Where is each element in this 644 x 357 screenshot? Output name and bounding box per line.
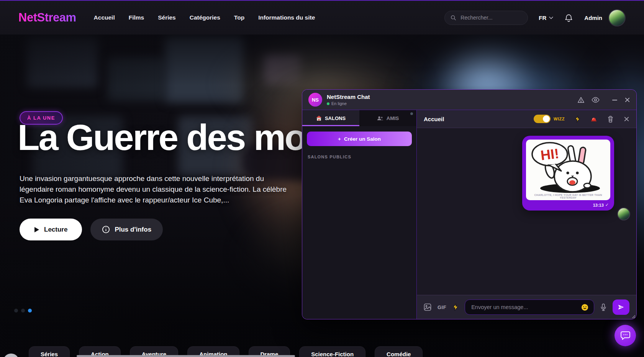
more-info-button[interactable]: Plus d'infos — [90, 219, 163, 240]
wizz-toggle-track[interactable] — [534, 115, 551, 123]
nav-link-accueil[interactable]: Accueil — [94, 14, 115, 21]
chat-main-panel: Accueil WIZZ — [417, 110, 636, 319]
people-icon — [377, 116, 383, 121]
plus-icon: + — [338, 136, 341, 142]
horizontal-scrollbar-thumb[interactable] — [77, 355, 295, 357]
category-pill-science-fiction[interactable]: Science-Fiction — [299, 346, 365, 357]
top-navbar: NetStream Accueil Films Séries Catégorie… — [0, 0, 644, 35]
lightning-bolt-icon[interactable] — [575, 115, 580, 123]
house-icon — [316, 115, 322, 121]
tab-amis-label: AMIS — [387, 115, 399, 121]
notification-dot — [410, 112, 413, 115]
carousel-dot[interactable] — [14, 309, 18, 313]
sticker-caption: CHARLOTTE, I HOPE YOUR DAY IS BETTER THA… — [526, 194, 610, 199]
netstream-logo[interactable]: NetStream — [18, 11, 76, 25]
netstream-page: NetStream Accueil Films Séries Catégorie… — [0, 0, 644, 357]
bunny-sticker-drawing: HI! — [526, 140, 610, 193]
microphone-icon[interactable] — [600, 303, 606, 311]
room-topbar: Accueil WIZZ — [417, 110, 636, 128]
chat-bubble-icon — [620, 331, 631, 341]
chat-app-avatar: NS — [308, 93, 322, 107]
info-icon — [102, 225, 110, 234]
message-input-row: GIF — [417, 295, 636, 319]
username-label[interactable]: Admin — [584, 15, 602, 21]
nav-link-series[interactable]: Séries — [158, 14, 176, 21]
chat-sidebar: SALONS AMIS + Créer un Salon SALONS PUBL… — [302, 110, 417, 319]
room-title: Accueil — [424, 116, 444, 122]
chat-window-title: NetStream Chat — [327, 94, 370, 100]
nav-link-informations[interactable]: Informations du site — [258, 14, 315, 21]
wizz-toggle[interactable]: WIZZ — [534, 115, 565, 123]
nav-link-top[interactable]: Top — [234, 14, 244, 21]
tab-salons-label: SALONS — [325, 115, 346, 121]
attach-image-icon[interactable] — [424, 303, 431, 311]
minimize-button[interactable] — [612, 97, 618, 103]
chat-window-header[interactable]: NS NetStream Chat En ligne — [302, 90, 636, 110]
public-rooms-section-label: SALONS PUBLICS — [308, 155, 411, 159]
message-time: 13:13 — [593, 203, 604, 207]
emoji-picker-icon[interactable] — [581, 304, 588, 311]
visibility-eye-icon[interactable] — [592, 97, 600, 103]
delivered-check: ✓ — [605, 202, 609, 207]
nav-link-categories[interactable]: Catégories — [190, 14, 220, 21]
carousel-dots — [14, 309, 32, 313]
language-selector[interactable]: FR — [539, 15, 553, 21]
report-warning-icon[interactable] — [577, 96, 585, 104]
open-chat-fab[interactable] — [615, 325, 636, 346]
category-pill-series[interactable]: Séries — [29, 346, 70, 357]
chevron-down-icon — [549, 16, 553, 19]
more-info-button-label: Plus d'infos — [115, 226, 151, 234]
netstream-chat-window: NS NetStream Chat En ligne — [302, 89, 637, 319]
send-icon — [618, 304, 624, 311]
svg-text:HI!: HI! — [540, 145, 560, 163]
play-icon — [34, 227, 39, 233]
siren-alert-icon[interactable] — [590, 116, 597, 122]
create-room-button[interactable]: + Créer un Salon — [307, 132, 412, 146]
wizz-label: WIZZ — [554, 117, 565, 121]
wizz-toggle-knob — [543, 115, 550, 122]
message-input[interactable] — [470, 304, 577, 311]
user-avatar[interactable] — [608, 9, 626, 26]
close-room-icon[interactable] — [624, 116, 629, 122]
play-button[interactable]: Lecture — [20, 219, 82, 240]
language-label: FR — [539, 15, 546, 21]
carousel-dot[interactable] — [21, 309, 25, 313]
sticker-image: HI! CHARLOTTE, I HOPE YOUR DAY IS BETTER… — [526, 140, 610, 200]
send-button[interactable] — [613, 299, 629, 315]
notifications-bell-icon[interactable] — [565, 14, 573, 22]
wizz-bolt-icon[interactable] — [452, 303, 459, 311]
search-icon — [450, 15, 456, 21]
carousel-dot-active[interactable] — [28, 309, 32, 313]
tab-amis[interactable]: AMIS — [359, 110, 416, 126]
search-box[interactable] — [444, 11, 528, 25]
search-input[interactable] — [460, 14, 522, 21]
sticker-message-bubble: HI! CHARLOTTE, I HOPE YOUR DAY IS BETTER… — [522, 136, 614, 211]
nav-link-films[interactable]: Films — [129, 14, 144, 21]
nav-links: Accueil Films Séries Catégories Top Info… — [94, 14, 315, 21]
hero-description: Une invasion gargantuesque approche dans… — [20, 173, 288, 206]
online-status-label: En ligne — [331, 101, 347, 106]
online-status-dot — [327, 102, 329, 105]
delete-room-trash-icon[interactable] — [607, 115, 614, 123]
play-button-label: Lecture — [44, 226, 67, 234]
tab-salons[interactable]: SALONS — [302, 110, 359, 126]
gif-button[interactable]: GIF — [438, 304, 446, 310]
resize-handle[interactable] — [631, 314, 635, 318]
create-room-label: Créer un Salon — [344, 136, 381, 142]
messages-area: HI! CHARLOTTE, I HOPE YOUR DAY IS BETTER… — [417, 128, 636, 295]
category-pill-comedie[interactable]: Comédie — [375, 346, 423, 357]
message-sender-avatar[interactable] — [617, 207, 630, 220]
close-window-button[interactable] — [624, 97, 630, 103]
message-field[interactable] — [465, 299, 594, 315]
